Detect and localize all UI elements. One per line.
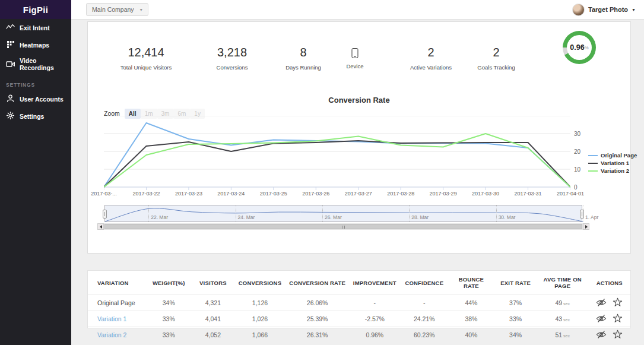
scrollbar-right-button[interactable] — [583, 223, 589, 230]
chart-title: Conversion Rate — [88, 96, 630, 105]
x-tick-label: 2017-03-28 — [377, 191, 424, 197]
sidebar-item-label: Exit Intent — [20, 24, 50, 31]
conversion-gauge-value: 0.96% — [567, 35, 592, 60]
sidebar-section-label: SETTINGS — [0, 75, 71, 90]
column-header-bounce-rate[interactable]: BOUNCE RATE — [448, 271, 494, 295]
stat-label: Total Unique Visitors — [120, 64, 172, 71]
avg-time-value: 43 — [555, 315, 562, 322]
x-tick-label: 2017-03-29 — [420, 191, 467, 197]
cell-bounce-rate: 40% — [448, 327, 494, 343]
hide-eye-icon[interactable] — [596, 314, 607, 324]
chart-scrollbar — [97, 223, 589, 230]
conversion-rate-chart: 0102030 2017-03-...2017-03-222017-03-232… — [104, 116, 614, 205]
cell-exit-rate: 37% — [494, 295, 536, 311]
sidebar: FigPii Exit IntentHeatmapsVideo Recordin… — [0, 0, 71, 345]
company-selector-label: Main Company — [92, 6, 134, 13]
cell-improvement: 0.96% — [348, 327, 401, 343]
navigator-date-label: 30. Mar — [496, 214, 516, 220]
cell-visitors: 4,321 — [192, 295, 234, 311]
video-camera-icon — [6, 59, 15, 69]
variation-name-link[interactable]: Variation 2 — [88, 327, 145, 343]
exit-intent-icon — [6, 23, 15, 33]
column-header-avg-time-on-page[interactable]: AVG TIME ON PAGE — [537, 271, 589, 295]
column-header-actions[interactable]: ACTIONS — [589, 271, 630, 295]
legend-item-variation-2[interactable]: Variation 2 — [588, 167, 637, 174]
column-header-visitors[interactable]: VISITORS — [192, 271, 234, 295]
favorite-star-icon[interactable] — [613, 297, 623, 308]
sidebar-item-label: Settings — [20, 113, 44, 120]
column-header-confidence[interactable]: CONFIDENCE — [401, 271, 448, 295]
legend-marker-icon — [588, 170, 598, 172]
company-selector[interactable]: Main Company ▾ — [86, 3, 148, 16]
sidebar-nav: Exit IntentHeatmapsVideo RecordingsSETTI… — [0, 19, 71, 125]
cell-visitors: 4,052 — [192, 327, 234, 343]
y-tick-label: 0 — [574, 184, 578, 191]
left-arrow-icon — [100, 225, 102, 229]
overview-chart-card: 12,414Total Unique Visitors3,218Conversi… — [87, 21, 631, 254]
app-root: FigPii Exit IntentHeatmapsVideo Recordin… — [0, 0, 644, 345]
hide-eye-icon[interactable] — [596, 298, 607, 308]
column-header-weight-[interactable]: WEIGHT(%) — [145, 271, 192, 295]
cell-improvement: -2.57% — [348, 311, 401, 327]
variation-name-link[interactable]: Original Page — [88, 295, 145, 311]
navigator-date-label: 26. Mar — [322, 214, 342, 220]
x-tick-label: 2017-03-26 — [292, 191, 340, 197]
right-arrow-icon — [585, 225, 588, 229]
legend-item-variation-1[interactable]: Variation 1 — [588, 160, 637, 166]
smartphone-icon — [351, 48, 358, 58]
stat-days-running: 8Days Running — [285, 46, 321, 71]
scrollbar-left-button[interactable] — [97, 223, 104, 230]
avg-time-unit: sec — [563, 302, 570, 306]
table-row: Original Page34%4,3211,12626.06%--44%37%… — [88, 295, 630, 311]
column-header-conversion-rate[interactable]: CONVERSION RATE — [286, 271, 348, 295]
variations-table-card: VARIATIONWEIGHT(%)VISITORSCONVERSIONSCON… — [87, 270, 631, 328]
navigator-right-handle[interactable] — [580, 210, 584, 219]
cell-weight: 33% — [145, 311, 192, 327]
variation-name-link[interactable]: Variation 1 — [88, 311, 145, 327]
column-header-improvement[interactable]: IMPROVEMENT — [348, 271, 401, 295]
stat-label: Goals Tracking — [477, 64, 515, 71]
cell-conversion-rate: 25.39% — [286, 311, 348, 327]
legend-marker-icon — [588, 155, 598, 156]
chart-navigator[interactable]: 22. Mar24. Mar26. Mar28. Mar30. Mar1. Ap… — [104, 205, 582, 222]
favorite-star-icon[interactable] — [613, 330, 623, 340]
navigator-left-handle[interactable] — [103, 210, 107, 219]
cell-actions — [589, 295, 630, 311]
stat-conversions: 3,218Conversions — [217, 46, 248, 71]
sidebar-item-video-recordings[interactable]: Video Recordings — [0, 53, 71, 75]
sidebar-item-user-accounts[interactable]: User Accounts — [0, 90, 71, 107]
cell-avg-time: 49sec — [537, 295, 589, 311]
favorite-star-icon[interactable] — [613, 314, 623, 324]
user-avatar — [572, 4, 585, 16]
avg-time-value: 51 — [555, 331, 562, 338]
legend-item-original-page[interactable]: Original Page — [588, 152, 637, 159]
chevron-down-icon: ▼ — [632, 8, 636, 12]
cell-bounce-rate: 44% — [448, 295, 494, 311]
table-row: Variation 133%4,0411,02625.39%-2.57%24.2… — [88, 311, 630, 327]
cell-confidence: - — [401, 295, 448, 311]
y-tick-label: 30 — [574, 131, 580, 137]
cell-bounce-rate: 38% — [448, 311, 494, 327]
column-header-conversions[interactable]: CONVERSIONS — [234, 271, 286, 295]
sidebar-item-exit-intent[interactable]: Exit Intent — [0, 19, 71, 36]
sidebar-item-label: Video Recordings — [20, 57, 71, 71]
stat-active-variations: 2Active Variations — [410, 46, 452, 71]
table-body: Original Page34%4,3211,12626.06%--44%37%… — [88, 295, 630, 343]
user-menu[interactable]: Target Photo ▼ — [572, 4, 636, 16]
scrollbar-track[interactable] — [104, 223, 583, 230]
sidebar-item-settings[interactable]: Settings — [0, 107, 71, 125]
hide-eye-icon[interactable] — [596, 330, 607, 340]
cell-improvement: - — [348, 295, 401, 311]
scrollbar-thumb[interactable] — [104, 224, 582, 229]
figpii-logo: FigPii — [0, 0, 71, 19]
cell-conversions: 1,066 — [234, 327, 286, 343]
x-tick-label: 2017-03-24 — [207, 191, 255, 197]
chart-legend: Original PageVariation 1Variation 2 — [588, 152, 637, 175]
sidebar-item-heatmaps[interactable]: Heatmaps — [0, 36, 71, 53]
x-tick-label: 2017-03-30 — [462, 191, 509, 197]
column-header-exit-rate[interactable]: EXIT RATE — [494, 271, 536, 295]
navigator-date-label: 28. Mar — [409, 214, 429, 220]
cell-confidence: 24.21% — [401, 311, 448, 327]
column-header-variation[interactable]: VARIATION — [88, 271, 145, 295]
scrollbar-grip-icon — [342, 226, 345, 229]
